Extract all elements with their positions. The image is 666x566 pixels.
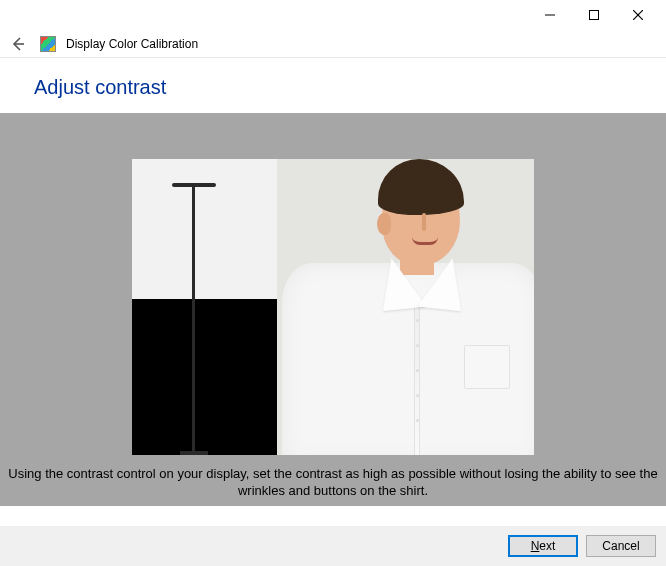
lamp-base xyxy=(180,451,208,455)
sample-bg-black xyxy=(132,299,277,455)
nose xyxy=(422,213,426,231)
shirt-button xyxy=(416,369,419,372)
app-icon xyxy=(40,36,56,52)
close-icon xyxy=(633,10,643,20)
shirt-button xyxy=(416,419,419,422)
content-area: Using the contrast control on your displ… xyxy=(0,113,666,506)
header: Display Color Calibration xyxy=(0,30,666,58)
eyebrow xyxy=(404,199,418,202)
shirt-button xyxy=(416,319,419,322)
sample-person xyxy=(282,159,534,455)
ear xyxy=(377,213,391,235)
back-button[interactable] xyxy=(6,32,30,56)
contrast-sample-image xyxy=(132,159,534,455)
titlebar xyxy=(0,0,666,30)
minimize-button[interactable] xyxy=(528,1,572,29)
footer: Next Cancel xyxy=(0,526,666,566)
back-arrow-icon xyxy=(10,36,26,52)
eye xyxy=(434,203,442,207)
window-title: Display Color Calibration xyxy=(66,37,198,51)
sample-bg-white xyxy=(132,159,277,299)
next-button[interactable]: Next xyxy=(508,535,578,557)
mouth xyxy=(412,237,438,245)
shirt-placket xyxy=(414,299,420,455)
eyebrow xyxy=(430,197,444,200)
lamp-pole xyxy=(192,185,195,455)
page-heading: Adjust contrast xyxy=(0,58,666,113)
maximize-icon xyxy=(589,10,599,20)
maximize-button[interactable] xyxy=(572,1,616,29)
svg-rect-1 xyxy=(590,11,599,20)
shirt-button xyxy=(416,394,419,397)
instruction-text: Using the contrast control on your displ… xyxy=(0,465,666,500)
shirt-pocket xyxy=(464,345,510,389)
next-label-rest: ext xyxy=(539,539,555,553)
cancel-button[interactable]: Cancel xyxy=(586,535,656,557)
shirt-button xyxy=(416,344,419,347)
close-button[interactable] xyxy=(616,1,660,29)
hair xyxy=(378,159,464,215)
minimize-icon xyxy=(545,10,555,20)
eye xyxy=(408,205,416,209)
